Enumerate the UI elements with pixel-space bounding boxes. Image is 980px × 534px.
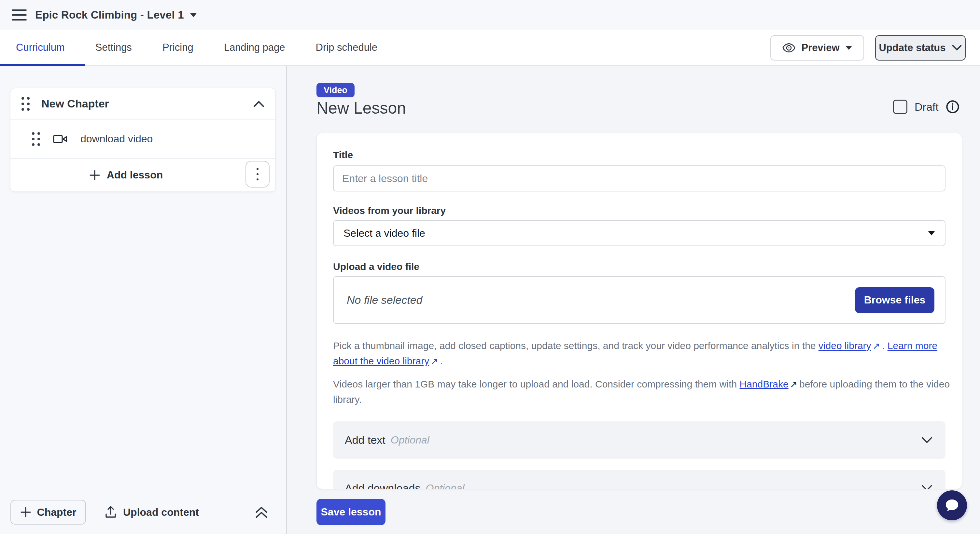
video-library-link[interactable]: video library xyxy=(819,340,871,351)
help-text-segment: . xyxy=(440,356,443,366)
optional-label: Optional xyxy=(391,434,430,446)
chat-widget-button[interactable] xyxy=(937,490,967,520)
add-text-label: Add text xyxy=(345,434,385,447)
handbrake-link[interactable]: HandBrake xyxy=(740,379,789,389)
compression-help-text: Videos larger than 1GB may take longer t… xyxy=(333,377,958,407)
draft-label: Draft xyxy=(915,101,939,113)
video-camera-icon xyxy=(53,134,67,144)
save-lesson-button[interactable]: Save lesson xyxy=(317,499,385,525)
lesson-form-card: Title Videos from your library Select a … xyxy=(317,133,962,489)
tab-drip-schedule[interactable]: Drip schedule xyxy=(316,42,378,53)
update-status-button[interactable]: Update status xyxy=(875,35,966,60)
plus-icon xyxy=(20,507,31,518)
chat-bubble-icon xyxy=(943,497,961,513)
draft-toggle-group: Draft xyxy=(893,100,959,114)
caret-down-icon xyxy=(846,46,852,50)
select-caret-icon xyxy=(928,231,935,235)
help-text-segment: Videos larger than 1GB may take longer t… xyxy=(333,379,740,389)
video-library-select[interactable]: Select a video file xyxy=(333,220,945,246)
active-tab-indicator xyxy=(0,64,85,66)
optional-label: Optional xyxy=(426,482,465,490)
lesson-row[interactable]: download video xyxy=(10,119,275,159)
course-switcher[interactable]: Epic Rock Climbing - Level 1 xyxy=(35,9,197,21)
add-downloads-label: Add downloads xyxy=(345,482,421,490)
external-link-icon: ↗ xyxy=(430,354,438,369)
sidebar-footer: Chapter Upload content xyxy=(0,490,286,534)
update-status-label: Update status xyxy=(879,42,946,54)
upload-label: Upload a video file xyxy=(333,261,945,272)
tab-pricing[interactable]: Pricing xyxy=(162,42,193,53)
help-text-segment: . xyxy=(882,340,888,351)
course-title: Epic Rock Climbing - Level 1 xyxy=(35,9,184,21)
upload-icon xyxy=(105,506,116,519)
add-chapter-label: Chapter xyxy=(37,506,76,518)
curriculum-sidebar: New Chapter download video Add lesson xyxy=(0,66,287,534)
kebab-menu-button[interactable] xyxy=(245,161,270,188)
help-text-segment: Pick a thumbnail image, add closed capti… xyxy=(333,340,819,351)
add-lesson-button[interactable]: Add lesson xyxy=(89,169,163,181)
chevron-up-icon[interactable] xyxy=(253,100,264,108)
collapse-all-icon[interactable] xyxy=(255,505,268,519)
chapter-header: New Chapter xyxy=(10,88,275,119)
add-lesson-label: Add lesson xyxy=(107,169,163,181)
page-title: New Lesson xyxy=(317,99,406,118)
lesson-title: download video xyxy=(80,133,153,145)
file-upload-box: No file selected Browse files xyxy=(333,276,945,324)
upload-content-button[interactable]: Upload content xyxy=(105,506,199,519)
tab-settings[interactable]: Settings xyxy=(95,42,132,53)
course-builder-app: Epic Rock Climbing - Level 1 Curriculum … xyxy=(0,0,980,534)
hamburger-menu-icon[interactable] xyxy=(12,10,27,21)
add-chapter-button[interactable]: Chapter xyxy=(10,500,86,524)
tabbar-actions: Preview Update status xyxy=(770,30,966,66)
external-link-icon: ↗ xyxy=(790,377,797,392)
topbar: Epic Rock Climbing - Level 1 xyxy=(0,0,980,30)
caret-down-icon xyxy=(190,13,197,17)
library-label: Videos from your library xyxy=(333,205,945,216)
preview-button-label: Preview xyxy=(801,42,839,54)
lesson-editor: Video New Lesson Draft Title Videos from… xyxy=(288,66,980,534)
chevron-down-icon xyxy=(921,436,932,444)
no-file-text: No file selected xyxy=(347,294,422,307)
plus-icon xyxy=(89,170,100,181)
add-text-accordion[interactable]: Add text Optional xyxy=(333,421,945,459)
chapter-card: New Chapter download video Add lesson xyxy=(10,88,276,192)
chapter-card-footer: Add lesson xyxy=(10,159,275,191)
browse-files-button[interactable]: Browse files xyxy=(855,287,934,313)
chevron-down-icon xyxy=(921,484,932,489)
chevron-down-icon xyxy=(952,44,962,51)
lesson-title-input[interactable] xyxy=(333,165,945,191)
tabs: Curriculum Settings Pricing Landing page… xyxy=(0,42,377,53)
drag-handle-icon[interactable] xyxy=(32,132,40,146)
drag-handle-icon[interactable] xyxy=(21,97,30,111)
add-downloads-accordion[interactable]: Add downloads Optional xyxy=(333,470,945,489)
tab-landing-page[interactable]: Landing page xyxy=(224,42,285,53)
eye-icon xyxy=(783,43,795,53)
preview-button[interactable]: Preview xyxy=(770,35,864,60)
tabbar: Curriculum Settings Pricing Landing page… xyxy=(0,30,980,66)
chapter-title: New Chapter xyxy=(41,97,253,110)
lesson-type-badge: Video xyxy=(317,83,355,97)
info-icon[interactable] xyxy=(946,100,959,114)
draft-checkbox[interactable] xyxy=(893,100,907,114)
tab-curriculum[interactable]: Curriculum xyxy=(16,42,65,53)
video-library-help-text: Pick a thumbnail image, add closed capti… xyxy=(333,338,958,369)
select-value: Select a video file xyxy=(344,227,425,239)
upload-content-label: Upload content xyxy=(123,506,199,518)
title-label: Title xyxy=(333,149,945,161)
external-link-icon: ↗ xyxy=(873,339,880,354)
